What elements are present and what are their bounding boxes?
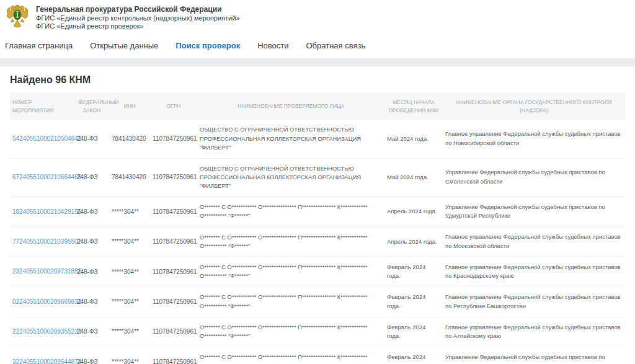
- col-header-start-month: МЕСЯЦ НАЧАЛА ПРОВЕДЕНИЯ КНМ: [384, 93, 443, 120]
- col-header-entity-name: НАИМЕНОВАНИЕ ПРОВЕРЯЕМОГО ЛИЦА: [197, 93, 384, 120]
- cell-entity-name: О******* С О*********** О***************…: [197, 287, 384, 317]
- event-number-link[interactable]: 23240551000209731852: [12, 268, 81, 275]
- cell-federal-law: 248-ФЗ: [74, 347, 109, 364]
- cell-start-month: Февраль 2024 года.: [384, 287, 443, 317]
- table-header: НОМЕР МЕРОПРИЯТИЯ ФЕДЕРАЛЬНЫЙ ЗАКОН ИНН …: [10, 93, 625, 120]
- col-header-authority: НАИМЕНОВАНИЕ ОРГАНА ГОСУДАРСТВЕННОГО КОН…: [443, 93, 625, 120]
- event-number-link[interactable]: 54240551000210504642: [12, 135, 81, 142]
- cell-inn: *****304**: [109, 287, 150, 317]
- table-body: 54240551000210504642 248-ФЗ 7841430420 1…: [10, 120, 625, 364]
- main-nav: Главная страница Открытые данные Поиск п…: [0, 33, 635, 58]
- inspections-table: НОМЕР МЕРОПРИЯТИЯ ФЕДЕРАЛЬНЫЙ ЗАКОН ИНН …: [10, 93, 625, 364]
- cell-start-month: Май 2024 года.: [384, 158, 443, 197]
- cell-ogrn: 1107847250961: [150, 197, 197, 226]
- event-number-link[interactable]: 77240551000210395507: [12, 238, 81, 245]
- results-section: Найдено 96 КНМ НОМЕР МЕРОПРИЯТИЯ ФЕДЕРАЛ…: [0, 66, 635, 364]
- col-header-number: НОМЕР МЕРОПРИЯТИЯ: [10, 93, 74, 120]
- table-row: 32240551000209544874 248-ФЗ *****304** 1…: [10, 347, 625, 364]
- cell-federal-law: 248-ФЗ: [74, 287, 109, 317]
- header-divider-band: [0, 58, 635, 66]
- cell-entity-name: О******* С О*********** О***************…: [197, 317, 384, 347]
- table-row: 23240551000209731852 248-ФЗ *****304** 1…: [10, 257, 625, 286]
- col-header-inn: ИНН: [109, 93, 150, 120]
- cell-authority: Главное управление Федеральной службы су…: [443, 227, 625, 257]
- cell-event-number: 77240551000210395507: [10, 227, 74, 257]
- cell-inn: 7841430420: [109, 158, 150, 197]
- cell-entity-name: ОБЩЕСТВО С ОГРАНИЧЕННОЙ ОТВЕТСТВЕННОСТЬЮ…: [197, 120, 384, 158]
- cell-federal-law: 248-ФЗ: [74, 120, 109, 158]
- cell-ogrn: 1107847250961: [150, 158, 197, 197]
- cell-entity-name: О******* С О*********** О***************…: [197, 257, 384, 286]
- cell-entity-name: ОБЩЕСТВО С ОГРАНИЧЕННОЙ ОТВЕТСТВЕННОСТЬЮ…: [197, 158, 384, 197]
- cell-event-number: 67240551000210664469: [10, 158, 74, 197]
- header-titles: Генеральная прокуратура Российской Федер…: [36, 4, 240, 31]
- cell-authority: Управление Федеральной службы судебных п…: [443, 347, 625, 364]
- cell-ogrn: 1107847250961: [150, 257, 197, 286]
- cell-ogrn: 1107847250961: [150, 347, 197, 364]
- event-number-link[interactable]: 22240551000209355234: [12, 328, 81, 335]
- results-count-title: Найдено 96 КНМ: [10, 66, 625, 93]
- cell-event-number: 22240551000209355234: [10, 317, 74, 347]
- cell-authority: Главное управление Федеральной службы су…: [443, 257, 625, 286]
- cell-entity-name: О******* С О*********** О***************…: [197, 347, 384, 364]
- cell-event-number: 18240551000210429196: [10, 197, 74, 226]
- cell-start-month: Февраль 2024 года.: [384, 257, 443, 286]
- cell-inn: *****304**: [109, 227, 150, 257]
- cell-event-number: 02240551000209669832: [10, 287, 74, 317]
- system-name-line2: ФГИС «Единый реестр проверок»: [36, 22, 240, 30]
- table-row: 77240551000210395507 248-ФЗ *****304** 1…: [10, 227, 625, 257]
- cell-start-month: Февраль 2024 года.: [384, 317, 443, 347]
- cell-federal-law: 248-ФЗ: [74, 197, 109, 226]
- cell-authority: Главное управление Федеральной службы су…: [443, 317, 625, 347]
- event-number-link[interactable]: 67240551000210664469: [12, 174, 81, 180]
- cell-ogrn: 1107847250961: [150, 120, 197, 158]
- table-row: 67240551000210664469 248-ФЗ 7841430420 1…: [10, 158, 625, 197]
- nav-item-home[interactable]: Главная страница: [5, 41, 73, 50]
- event-number-link[interactable]: 02240551000209669832: [12, 298, 81, 305]
- cell-event-number: 23240551000209731852: [10, 257, 74, 286]
- prosecutor-emblem-icon[interactable]: [5, 4, 30, 30]
- col-header-law: ФЕДЕРАЛЬНЫЙ ЗАКОН: [74, 93, 109, 120]
- cell-entity-name: О******* С О*********** О***************…: [197, 197, 384, 226]
- cell-event-number: 54240551000210504642: [10, 120, 74, 158]
- cell-federal-law: 248-ФЗ: [74, 158, 109, 197]
- table-row: 54240551000210504642 248-ФЗ 7841430420 1…: [10, 120, 625, 158]
- cell-inn: *****304**: [109, 317, 150, 347]
- site-header: Генеральная прокуратура Российской Федер…: [0, 0, 635, 33]
- event-number-link[interactable]: 32240551000209544874: [12, 358, 81, 364]
- cell-authority: Главное управление Федеральной службы су…: [443, 287, 625, 317]
- table-row: 22240551000209355234 248-ФЗ *****304** 1…: [10, 317, 625, 347]
- cell-inn: *****304**: [109, 197, 150, 226]
- cell-authority: Главное управление Федеральной службы су…: [443, 120, 625, 158]
- cell-event-number: 32240551000209544874: [10, 347, 74, 364]
- cell-authority: Управление Федеральной службы судебных п…: [443, 197, 625, 226]
- system-name-line1: ФГИС «Единый реестр контрольных (надзорн…: [36, 14, 240, 22]
- cell-federal-law: 248-ФЗ: [74, 317, 109, 347]
- table-row: 02240551000209669832 248-ФЗ *****304** 1…: [10, 287, 625, 317]
- nav-item-news[interactable]: Новости: [257, 41, 288, 50]
- cell-federal-law: 248-ФЗ: [74, 257, 109, 286]
- cell-start-month: Апрель 2024 года.: [384, 197, 443, 226]
- cell-inn: *****304**: [109, 347, 150, 364]
- cell-ogrn: 1107847250961: [150, 317, 197, 347]
- cell-start-month: Апрель 2024 года.: [384, 227, 443, 257]
- cell-inn: 7841430420: [109, 120, 150, 158]
- cell-authority: Управление Федеральной службы судебных п…: [443, 158, 625, 197]
- nav-item-feedback[interactable]: Обратная связь: [306, 41, 365, 50]
- cell-ogrn: 1107847250961: [150, 287, 197, 317]
- cell-federal-law: 248-ФЗ: [74, 227, 109, 257]
- table-row: 18240551000210429196 248-ФЗ *****304** 1…: [10, 197, 625, 226]
- col-header-ogrn: ОГРН: [150, 93, 197, 120]
- event-number-link[interactable]: 18240551000210429196: [12, 208, 81, 215]
- cell-inn: *****304**: [109, 257, 150, 286]
- nav-item-search-inspections[interactable]: Поиск проверок: [175, 41, 240, 50]
- cell-start-month: Май 2024 года.: [384, 120, 443, 158]
- org-name: Генеральная прокуратура Российской Федер…: [36, 5, 240, 14]
- cell-entity-name: О******* С О*********** О***************…: [197, 227, 384, 257]
- cell-ogrn: 1107847250961: [150, 227, 197, 257]
- nav-item-open-data[interactable]: Открытые данные: [90, 41, 158, 50]
- cell-start-month: Февраль 2024 года.: [384, 347, 443, 364]
